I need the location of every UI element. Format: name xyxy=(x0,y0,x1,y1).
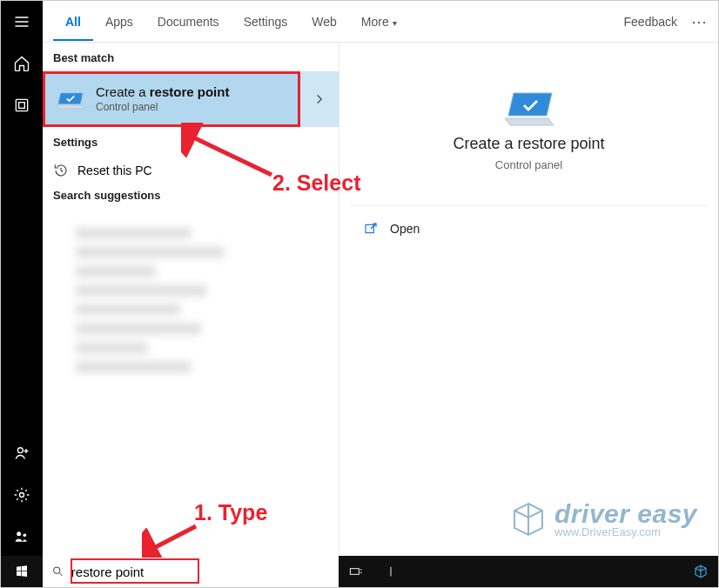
more-options-icon[interactable]: ⋯ xyxy=(691,12,708,31)
windows-icon xyxy=(15,565,29,578)
tab-more[interactable]: More▾ xyxy=(349,3,409,41)
blurred-suggestions xyxy=(50,212,325,414)
cube-icon xyxy=(693,564,709,579)
svg-rect-6 xyxy=(366,224,373,232)
taskbar xyxy=(1,556,718,587)
settings-item-label: Reset this PC xyxy=(77,164,152,177)
results-column: Best match Create a restore point Contro… xyxy=(43,43,339,556)
preview-title: Create a restore point xyxy=(453,135,604,153)
preview-card: Create a restore point Control panel xyxy=(350,53,708,206)
svg-point-3 xyxy=(20,493,24,498)
section-best-match: Best match xyxy=(43,43,339,71)
task-view-icon xyxy=(349,565,363,578)
tray-app-drivereasy[interactable] xyxy=(683,556,718,587)
divider-icon xyxy=(384,565,398,578)
taskbar-divider xyxy=(373,556,408,587)
tab-web[interactable]: Web xyxy=(299,3,349,41)
contacts-icon[interactable] xyxy=(1,516,43,558)
tab-documents[interactable]: Documents xyxy=(145,3,232,41)
user-icon[interactable] xyxy=(1,432,43,474)
svg-rect-1 xyxy=(19,103,25,109)
best-match-result[interactable]: Create a restore point Control panel xyxy=(43,71,300,127)
nav-rail xyxy=(1,1,43,558)
svg-rect-8 xyxy=(350,569,359,575)
monitor-checkmark-icon xyxy=(56,87,85,111)
svg-point-2 xyxy=(17,448,23,453)
taskbar-search[interactable] xyxy=(43,556,339,587)
search-input[interactable] xyxy=(71,565,330,579)
start-button[interactable] xyxy=(1,556,43,587)
preview-subtitle: Control panel xyxy=(495,158,562,171)
history-icon xyxy=(53,163,69,178)
chevron-down-icon: ▾ xyxy=(393,18,397,28)
search-icon xyxy=(51,565,64,578)
hamburger-icon[interactable] xyxy=(1,1,43,43)
monitor-checkmark-icon xyxy=(501,88,557,130)
frame-icon[interactable] xyxy=(1,84,43,126)
result-title: Create a restore point xyxy=(96,84,229,101)
svg-rect-0 xyxy=(16,99,27,110)
section-search-suggestions: Search suggestions xyxy=(43,185,339,209)
svg-point-5 xyxy=(24,534,27,538)
tab-settings[interactable]: Settings xyxy=(232,3,300,41)
search-scope-tabs: All Apps Documents Settings Web More▾ Fe… xyxy=(43,1,718,43)
preview-column: Create a restore point Control panel Ope… xyxy=(339,43,718,556)
open-icon xyxy=(364,222,378,236)
feedback-link[interactable]: Feedback xyxy=(624,15,677,29)
settings-item-reset-pc[interactable]: Reset this PC xyxy=(43,156,339,185)
gear-icon[interactable] xyxy=(1,474,43,516)
section-settings: Settings xyxy=(43,127,339,156)
preview-action-label: Open xyxy=(390,222,420,236)
home-icon[interactable] xyxy=(1,43,43,84)
svg-point-7 xyxy=(53,567,59,573)
expand-arrow-button[interactable] xyxy=(300,71,339,127)
tab-apps[interactable]: Apps xyxy=(93,3,145,41)
svg-point-4 xyxy=(17,531,21,536)
task-view-button[interactable] xyxy=(339,556,373,587)
preview-action-open[interactable]: Open xyxy=(339,206,718,251)
tab-all[interactable]: All xyxy=(53,3,93,41)
result-subtitle: Control panel xyxy=(96,101,229,115)
